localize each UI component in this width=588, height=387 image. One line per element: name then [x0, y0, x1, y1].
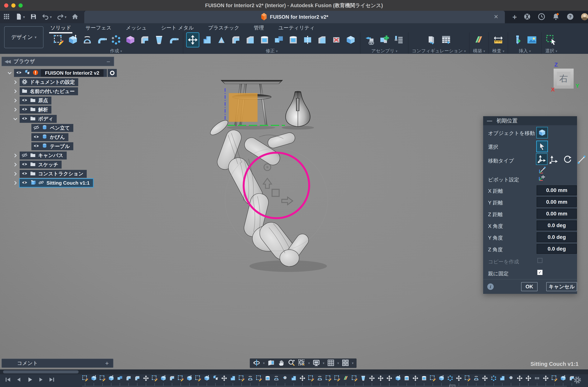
- offset-face-tool-button[interactable]: [215, 33, 228, 47]
- chevron-collapsed-icon[interactable]: [12, 171, 18, 177]
- browser-item--[interactable]: ボディ: [12, 115, 57, 123]
- timeline-feature-hole[interactable]: [508, 375, 514, 383]
- field-y-distance[interactable]: 0.00 mm: [537, 197, 577, 207]
- timeline-feature-shell[interactable]: [404, 375, 410, 383]
- browser-item--[interactable]: キャンバス: [12, 151, 67, 159]
- offset-tool-button[interactable]: [287, 33, 299, 47]
- replace-face-tool-button[interactable]: [316, 33, 328, 47]
- timeline-settings-gear-icon[interactable]: [573, 376, 582, 384]
- step-back-button[interactable]: [16, 376, 22, 384]
- zoom-icon[interactable]: [288, 359, 295, 367]
- ribbon-tab-2[interactable]: サーフェス: [84, 24, 113, 32]
- shell-tool-button[interactable]: [258, 33, 271, 47]
- ribbon-group-label[interactable]: 修正 ▾: [266, 48, 278, 54]
- undo-button[interactable]: ▾: [42, 13, 52, 21]
- timeline-feature-extrude[interactable]: [438, 375, 445, 383]
- profile-icon[interactable]: [581, 13, 588, 21]
- viewcube-face[interactable]: 右: [557, 72, 570, 86]
- browser-item--[interactable]: ペン立て: [24, 124, 73, 132]
- chevron-expanded-icon[interactable]: [7, 70, 12, 76]
- browser-item--[interactable]: 名前の付いたビュー: [12, 87, 78, 95]
- cancel-button[interactable]: キャンセル: [546, 282, 577, 291]
- timeline-feature-sketch[interactable]: [325, 375, 332, 383]
- eye-icon[interactable]: [21, 179, 28, 186]
- browser-item--[interactable]: コンストラクション: [12, 170, 87, 178]
- close-tab-icon[interactable]: ✕: [494, 13, 498, 20]
- move-object-selection-button[interactable]: [536, 127, 548, 138]
- mannequin-model[interactable]: [208, 118, 311, 266]
- comments-bar[interactable]: コメント +: [1, 359, 113, 368]
- field-z-angle[interactable]: 0.0 deg: [537, 244, 577, 254]
- initial-position-dialog[interactable]: — 初期位置 オブジェクトを移動選択移動タイプピボット設定X 距離0.00 mm…: [483, 116, 577, 294]
- timeline-feature-move[interactable]: [525, 375, 531, 383]
- collapse-panel-icon[interactable]: ◀◀: [4, 59, 10, 64]
- browser-item--[interactable]: かびん: [24, 133, 68, 141]
- eye-icon[interactable]: [21, 106, 28, 113]
- timeline-feature-move[interactable]: [412, 375, 419, 383]
- browser-item-block[interactable]: ドキュメントの設定: [20, 78, 78, 86]
- help-icon[interactable]: ?: [566, 13, 574, 21]
- ribbon-tab-1[interactable]: ソリッド: [49, 24, 72, 32]
- chevron-collapsed-icon[interactable]: [12, 88, 18, 94]
- job-status-icon[interactable]: [538, 13, 546, 21]
- timeline-feature-pattern[interactable]: [490, 375, 497, 383]
- insert-fastener-tool-button[interactable]: [511, 33, 524, 47]
- timeline-feature-combine[interactable]: [117, 375, 123, 383]
- timeline-feature-sketch[interactable]: [256, 375, 262, 383]
- eye-off-icon[interactable]: [21, 152, 28, 159]
- sweep-tool-button[interactable]: [96, 33, 108, 47]
- eye-icon[interactable]: [33, 134, 39, 141]
- pivot-set-button[interactable]: [537, 173, 547, 183]
- field-x-angle[interactable]: 0.0 deg: [537, 220, 577, 230]
- timeline-feature-sketch[interactable]: [178, 375, 184, 383]
- eye-icon[interactable]: [21, 115, 28, 122]
- redo-button[interactable]: ▾: [57, 13, 66, 21]
- ribbon-tab-5[interactable]: プラスチック: [207, 24, 241, 32]
- browser-item--[interactable]: スケッチ: [12, 161, 62, 169]
- chevron-collapsed-icon[interactable]: [12, 107, 18, 112]
- eye-icon[interactable]: [21, 171, 28, 177]
- chevron-down-icon[interactable]: ▾: [308, 361, 310, 365]
- chevron-collapsed-icon[interactable]: [12, 153, 18, 158]
- fillet-tool-button[interactable]: [230, 33, 242, 47]
- timeline-feature-component[interactable]: [212, 375, 219, 383]
- go-to-end-button[interactable]: [48, 376, 55, 384]
- browser-item--[interactable]: 原点: [12, 97, 51, 105]
- timeline-feature-move[interactable]: [543, 375, 549, 383]
- grid-display-icon[interactable]: [327, 359, 335, 367]
- timeline-scroll-thumb[interactable]: [3, 370, 79, 373]
- browser-item-block[interactable]: 原点: [20, 97, 51, 105]
- ribbon-group-label[interactable]: 選択 ▾: [545, 48, 557, 54]
- eye-icon[interactable]: [21, 97, 28, 104]
- activate-component-radio[interactable]: [108, 69, 117, 77]
- pipe-tool-button[interactable]: [168, 33, 180, 47]
- eye-off-icon[interactable]: [33, 125, 39, 131]
- timeline-feature-extrude[interactable]: [160, 375, 167, 383]
- timeline-feature-fillet[interactable]: [169, 375, 175, 383]
- ribbon-group-label[interactable]: コンフィギュレーション ▾: [412, 48, 466, 54]
- chevron-down-icon[interactable]: ▾: [337, 361, 339, 365]
- timeline-feature-move[interactable]: [378, 375, 384, 383]
- timeline-feature-press-pull[interactable]: [291, 375, 297, 383]
- create-form-tool-button[interactable]: [124, 33, 136, 47]
- browser-item-block[interactable]: コンストラクション: [20, 170, 87, 178]
- chevron-down-icon[interactable]: ▾: [23, 15, 25, 19]
- timeline-feature-extrude[interactable]: [186, 375, 192, 383]
- browser-item-block[interactable]: 解析: [20, 106, 51, 114]
- field-y-angle[interactable]: 0.0 deg: [537, 232, 577, 242]
- timeline-feature-revolve[interactable]: [273, 375, 279, 383]
- point-to-point-option-button[interactable]: [577, 155, 587, 165]
- timeline-feature-extrude[interactable]: [108, 375, 114, 383]
- timeline-feature-revolve[interactable]: [247, 375, 253, 383]
- rotate-option-button[interactable]: [563, 155, 572, 165]
- timeline-feature-fillet[interactable]: [126, 375, 132, 383]
- browser-item-block[interactable]: FUISON for Interior2 v2: [14, 69, 107, 77]
- go-to-start-button[interactable]: [4, 376, 11, 384]
- fix-to-parent-checkbox[interactable]: ✓: [537, 270, 543, 275]
- timeline-feature-extrude[interactable]: [560, 375, 566, 383]
- zoom-window-icon[interactable]: [298, 359, 306, 367]
- loft-tool-button[interactable]: [153, 33, 165, 47]
- browser-item-fuison-for-interior2-v2[interactable]: FUISON for Interior2 v2: [7, 69, 117, 77]
- file-button[interactable]: ▾: [15, 13, 25, 21]
- browser-item-block[interactable]: ボディ: [20, 115, 57, 123]
